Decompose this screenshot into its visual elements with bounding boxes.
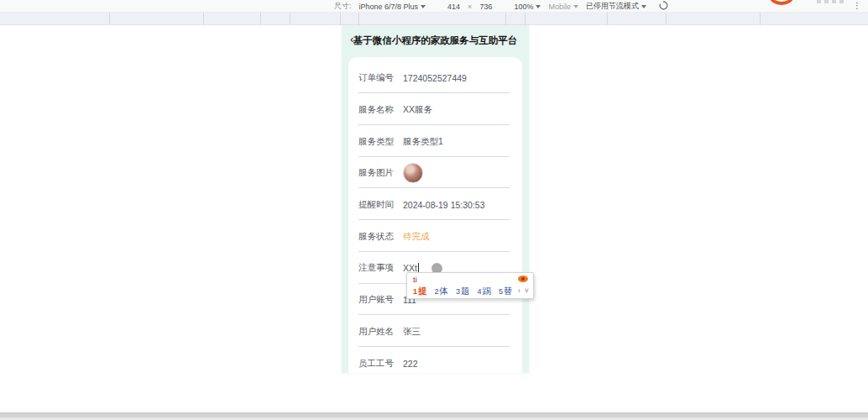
ime-candidate-2[interactable]: 2体 [435,286,449,297]
chevron-down-icon [573,5,578,8]
ime-candidate-1[interactable]: 1提 [413,286,427,297]
form-row-service-name: 服务名称 XX服务 [358,104,432,116]
field-label: 员工工号 [358,358,395,370]
field-label: 用户账号 [358,294,395,306]
field-label: 服务名称 [358,104,395,116]
zoom-select[interactable]: 100% [514,3,541,11]
viewport-width-field[interactable]: 414 [447,3,460,11]
kebab-menu-icon[interactable]: ⋮ [853,2,861,10]
field-value: 张三 [403,326,421,338]
field-value: 1724052527449 [403,73,467,83]
field-value: XX服务 [403,104,432,116]
form-row-service-type: 服务类型 服务类型1 [358,136,443,148]
form-row-service-status: 服务状态 待完成 [358,231,430,243]
chevron-down-icon [641,5,646,8]
throttle-select-value: 已停用节流模式 [586,1,639,12]
device-select-value: iPhone 6/7/8 Plus [359,3,419,11]
status-badge: 待完成 [403,231,430,243]
zoom-select-value: 100% [514,3,533,11]
ime-candidate-window: ti 1提 2体 3题 4踢 5替 › ˅ [406,272,534,299]
throttle-select[interactable]: 已停用节流模式 [586,1,646,12]
ruler-row [0,13,868,25]
field-value: 服务类型1 [403,136,443,148]
field-label: 订单编号 [358,72,395,84]
form-row-order-no: 订单编号 1724052527449 [358,72,467,84]
toolbar-artifacts [817,0,847,3]
form-row-user-name: 用户姓名 张三 [358,326,421,338]
ime-expand-icon[interactable]: ˅ [525,286,529,295]
viewport-height-field[interactable]: 736 [479,3,492,11]
clipped-logo [768,0,797,6]
field-label: 提醒时间 [358,199,395,211]
field-value: 222 [403,359,418,369]
screen: 尺寸: iPhone 6/7/8 Plus 414 × 736 100% Mob… [0,0,868,420]
device-select[interactable]: iPhone 6/7/8 Plus [359,3,426,11]
device-toolbar: 尺寸: iPhone 6/7/8 Plus 414 × 736 100% Mob… [0,0,868,13]
chevron-down-icon [536,5,541,8]
ime-next-page-icon[interactable]: › [518,286,520,295]
device-viewport: ‹ 基于微信小程序的家政服务与互助平台 订单编号 1724052527449 服… [342,25,529,373]
page-header: ‹ 基于微信小程序的家政服务与互助平台 [342,25,529,55]
field-value: 2024-08-19 15:30:53 [403,200,485,210]
ime-candidate-4[interactable]: 4踢 [478,286,492,297]
field-label: 服务图片 [358,167,395,179]
form-row-service-image: 服务图片 [358,163,423,183]
field-label: 注意事项 [358,262,395,274]
form-row-employee-id: 员工工号 222 [358,358,418,370]
ime-logo-icon[interactable] [518,276,528,282]
mode-select[interactable]: Mobile [548,3,578,11]
rotate-device-icon[interactable] [659,1,668,12]
mode-select-value: Mobile [548,3,571,11]
ime-candidate-5[interactable]: 5替 [499,286,513,297]
service-image-thumbnail[interactable] [403,163,423,183]
ime-candidate-3[interactable]: 3题 [456,286,470,297]
chevron-down-icon [421,5,426,8]
times-separator: × [468,3,472,11]
size-label: 尺寸: [334,1,352,12]
field-label: 服务状态 [358,231,395,243]
field-label: 服务类型 [358,136,395,148]
field-label: 用户姓名 [358,326,395,338]
form-row-remind-time: 提醒时间 2024-08-19 15:30:53 [358,199,485,211]
ime-composition: ti [413,275,417,284]
page-title: 基于微信小程序的家政服务与互助平台 [342,34,529,47]
